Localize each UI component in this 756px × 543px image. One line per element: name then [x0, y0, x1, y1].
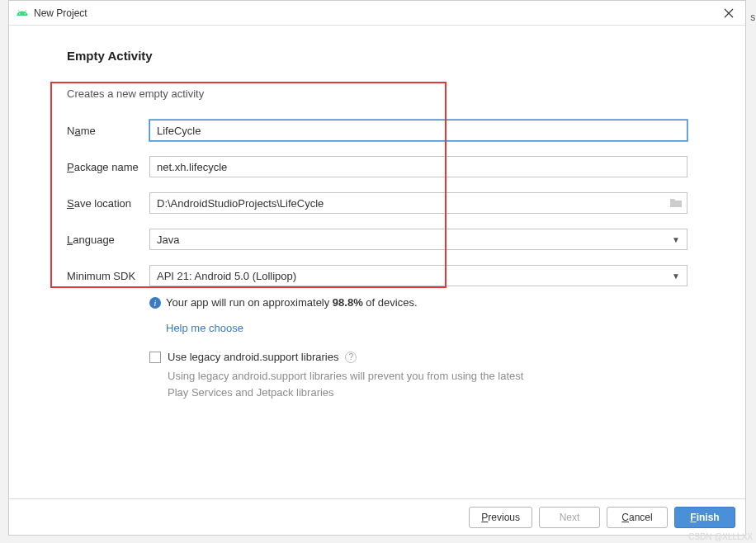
close-button[interactable]	[719, 3, 739, 23]
device-coverage-info: i Your app will run on approximately 98.…	[149, 296, 687, 309]
info-icon: i	[149, 297, 161, 309]
help-me-choose-link[interactable]: Help me choose	[166, 322, 687, 334]
svg-text:i: i	[154, 299, 157, 308]
minsdk-label: Minimum SDK	[67, 270, 149, 282]
name-row: Name	[67, 120, 687, 141]
android-icon	[16, 7, 29, 20]
language-row: Language Java ▼	[67, 229, 687, 250]
legacy-hint: Using legacy android.support libraries w…	[168, 368, 531, 400]
close-icon	[724, 8, 734, 18]
previous-button[interactable]: Previous	[469, 507, 532, 528]
help-icon[interactable]: ?	[345, 352, 357, 363]
finish-button[interactable]: Finish	[674, 507, 735, 528]
save-location-label: Save location	[67, 197, 149, 210]
watermark: CSDN @XLLLXX	[688, 532, 753, 541]
page-subtitle: Creates a new empty activity	[67, 87, 687, 100]
save-location-input[interactable]	[149, 192, 687, 214]
legacy-checkbox[interactable]	[149, 352, 161, 363]
save-location-row: Save location	[67, 192, 687, 214]
legacy-checkbox-row: Use legacy android.support libraries ?	[149, 351, 687, 363]
window-title: New Project	[34, 7, 719, 19]
next-button: Next	[539, 507, 600, 528]
chevron-down-icon: ▼	[672, 272, 680, 281]
legacy-checkbox-label: Use legacy android.support libraries	[168, 351, 338, 363]
new-project-dialog: New Project Empty Activity Creates a new…	[8, 0, 746, 536]
package-row: Package name	[67, 156, 687, 177]
dialog-footer: Previous Next Cancel Finish	[9, 498, 745, 535]
name-input[interactable]	[149, 120, 687, 141]
dialog-content: Empty Activity Creates a new empty activ…	[9, 26, 745, 400]
folder-browse-icon[interactable]	[669, 197, 683, 209]
chevron-down-icon: ▼	[672, 235, 680, 244]
cancel-button[interactable]: Cancel	[607, 507, 668, 528]
titlebar: New Project	[9, 1, 745, 26]
language-select[interactable]: Java ▼	[149, 229, 687, 250]
page-title: Empty Activity	[67, 49, 687, 63]
name-label: Name	[67, 125, 149, 137]
cropped-text: si	[750, 12, 756, 23]
package-label: Package name	[67, 161, 149, 173]
minsdk-row: Minimum SDK API 21: Android 5.0 (Lollipo…	[67, 265, 687, 286]
package-input[interactable]	[149, 156, 687, 177]
language-label: Language	[67, 234, 149, 246]
minsdk-select[interactable]: API 21: Android 5.0 (Lollipop) ▼	[149, 265, 687, 286]
